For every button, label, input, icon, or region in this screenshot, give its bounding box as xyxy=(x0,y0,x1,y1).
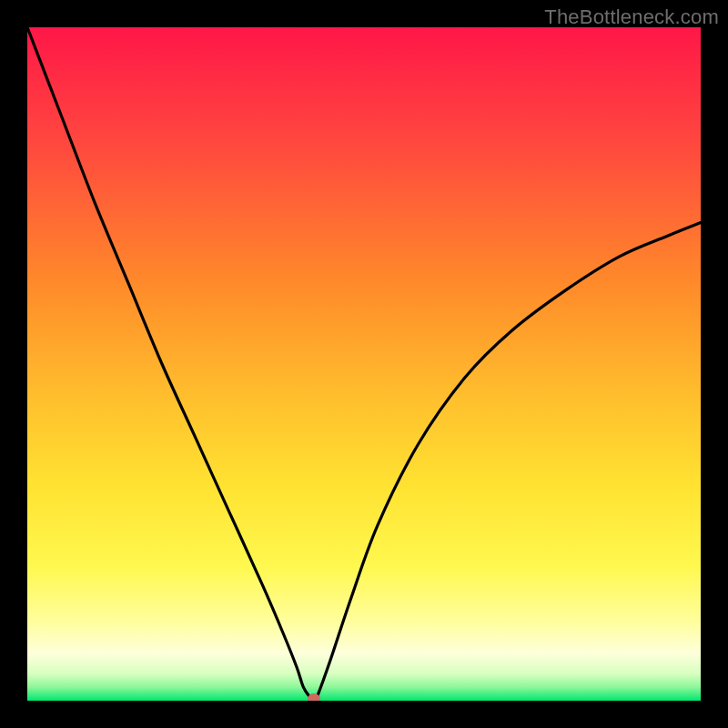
watermark: TheBottleneck.com xyxy=(544,5,719,29)
plot-area xyxy=(27,27,701,701)
optimum-point xyxy=(308,693,320,701)
chart-frame: TheBottleneck.com xyxy=(0,0,728,728)
bottleneck-curve xyxy=(27,27,701,701)
